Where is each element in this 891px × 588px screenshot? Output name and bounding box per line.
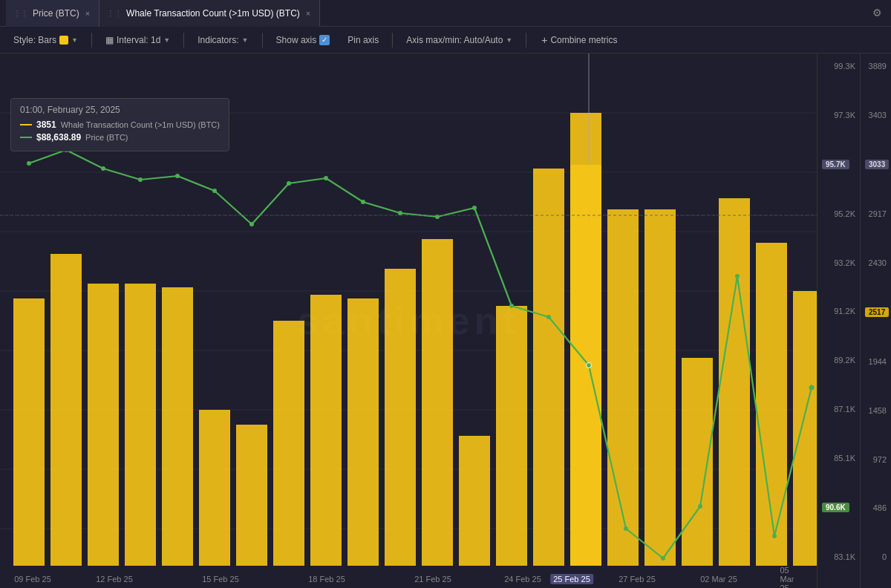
price-badge-95: 95.7K [822, 160, 849, 169]
tooltip-row-whale: 3851 Whale Transaction Count (>1m USD) (… [20, 120, 220, 130]
chart-main[interactable]: santiment [0, 53, 817, 588]
y-price-91: 91.2K [822, 307, 855, 316]
svg-point-38 [212, 189, 217, 193]
close-tab-price[interactable]: × [84, 7, 91, 19]
indicators-arrow: ▼ [242, 36, 249, 44]
svg-point-47 [546, 315, 551, 319]
combine-metrics-label: Combine metrics [550, 35, 617, 45]
drag-handle-price: ⋮⋮ [13, 9, 28, 17]
tab-price[interactable]: ⋮⋮ Price (BTC) × [6, 0, 99, 27]
x-label-1: 12 Feb 25 [96, 575, 133, 584]
y-price-85: 85.1K [822, 454, 855, 463]
y-price-89: 89.2K [822, 356, 855, 365]
svg-point-36 [138, 177, 143, 182]
tab-bar: ⋮⋮ Price (BTC) × ⋮⋮ Whale Transaction Co… [0, 0, 891, 27]
svg-point-37 [175, 174, 180, 178]
interval-icon: ▦ [105, 35, 114, 45]
style-arrow: ▼ [71, 36, 78, 44]
x-label-7: 27 Feb 25 [619, 575, 656, 584]
svg-point-46 [509, 304, 514, 308]
sep-3 [262, 33, 263, 48]
combine-plus-icon: + [541, 34, 547, 46]
combine-metrics-button[interactable]: + Combine metrics [535, 32, 623, 48]
svg-point-53 [772, 534, 777, 538]
x-label-0: 09 Feb 25 [14, 575, 51, 584]
chart-settings-button[interactable]: ⚙ [869, 4, 885, 21]
interval-selector[interactable]: ▦ Interval: 1d ▼ [101, 33, 174, 48]
y-whale-3889: 3889 [865, 62, 887, 71]
y-axis-price: 99.3K 97.3K 95.7K 95.2K 93.2K 91.2K 89.2… [817, 53, 860, 588]
svg-point-42 [361, 200, 365, 204]
axis-max-min-selector[interactable]: Axis max/min: Auto/Auto ▼ [402, 33, 517, 48]
svg-rect-20 [422, 239, 453, 566]
svg-point-48 [587, 363, 592, 368]
y-whale-0: 0 [865, 553, 887, 561]
interval-arrow: ▼ [163, 36, 170, 44]
tooltip-whale-label: Whale Transaction Count (>1m USD) (BTC) [61, 120, 220, 129]
svg-point-40 [287, 181, 291, 186]
svg-rect-12 [125, 284, 156, 566]
svg-rect-13 [162, 287, 193, 566]
show-axis-checkbox[interactable]: ✓ [319, 35, 330, 45]
svg-rect-30 [719, 198, 750, 566]
x-label-8: 02 Mar 25 [700, 575, 737, 584]
svg-rect-18 [347, 298, 379, 566]
y-price-83: 83.1K [822, 553, 855, 561]
svg-rect-32 [793, 291, 817, 566]
y-whale-1944: 1944 [865, 358, 887, 366]
style-label: Style: Bars [13, 35, 56, 45]
svg-rect-17 [310, 295, 342, 566]
tooltip-whale-dash [20, 124, 32, 125]
tab-whale[interactable]: ⋮⋮ Whale Transaction Count (>1m USD) (BT… [99, 0, 320, 27]
svg-rect-23 [533, 169, 564, 566]
svg-point-54 [809, 385, 815, 391]
x-label-2: 15 Feb 25 [202, 575, 239, 584]
price-badge-906: 90.6K [822, 503, 849, 512]
y-price-99: 99.3K [822, 62, 855, 71]
x-label-25feb: 25 Feb 25 [550, 574, 593, 584]
svg-point-41 [324, 176, 328, 180]
svg-point-45 [472, 206, 477, 210]
svg-rect-15 [236, 425, 267, 566]
svg-point-43 [398, 211, 402, 215]
tooltip-price-label: Price (BTC) [85, 133, 128, 142]
x-label-9: 05 Mar 25 [780, 566, 805, 588]
y-whale-2430: 2430 [865, 259, 887, 267]
svg-rect-16 [273, 321, 304, 566]
x-label-5: 24 Feb 25 [504, 575, 541, 584]
svg-point-51 [698, 504, 702, 509]
show-axis-toggle[interactable]: Show axis ✓ [272, 33, 335, 48]
sep-1 [91, 33, 92, 48]
indicators-label: Indicators: [198, 35, 238, 45]
y-price-97: 97.3K [822, 111, 855, 120]
tooltip-date: 01:00, February 25, 2025 [20, 105, 220, 115]
whale-badge-3033: 3033 [865, 160, 889, 169]
tooltip-price-dash [20, 137, 32, 138]
y-whale-2917: 2917 [865, 210, 887, 218]
svg-rect-11 [88, 284, 119, 566]
y-whale-3403: 3403 [865, 111, 887, 120]
tooltip-whale-value: 3851 [36, 120, 56, 130]
tooltip-price-value: $88,638.89 [36, 132, 81, 143]
y-axis-whale: 3889 3403 3033 2917 2430 2517 1944 1458 … [860, 53, 891, 588]
tab-price-label: Price (BTC) [33, 8, 79, 19]
svg-point-50 [661, 556, 665, 561]
svg-point-49 [624, 526, 628, 531]
x-label-4: 21 Feb 25 [414, 575, 451, 584]
toolbar: Style: Bars ▼ ▦ Interval: 1d ▼ Indicator… [0, 27, 891, 53]
show-axis-label: Show axis [276, 35, 317, 45]
svg-rect-21 [459, 436, 490, 566]
chart-area: santiment [0, 53, 891, 588]
y-whale-1458: 1458 [865, 407, 887, 415]
sep-2 [183, 33, 184, 48]
sep-4 [392, 33, 393, 48]
close-tab-whale[interactable]: × [304, 7, 312, 19]
pin-axis-button[interactable]: Pin axis [343, 33, 383, 48]
indicators-button[interactable]: Indicators: ▼ [193, 33, 252, 48]
axis-max-min-arrow: ▼ [506, 36, 512, 44]
whale-badge-2517: 2517 [865, 307, 889, 317]
x-axis: 09 Feb 25 12 Feb 25 15 Feb 25 18 Feb 25 … [0, 570, 817, 588]
tooltip-row-price: $88,638.89 Price (BTC) [20, 132, 220, 143]
y-price-87: 87.1K [822, 405, 855, 414]
style-selector[interactable]: Style: Bars ▼ [9, 33, 82, 48]
